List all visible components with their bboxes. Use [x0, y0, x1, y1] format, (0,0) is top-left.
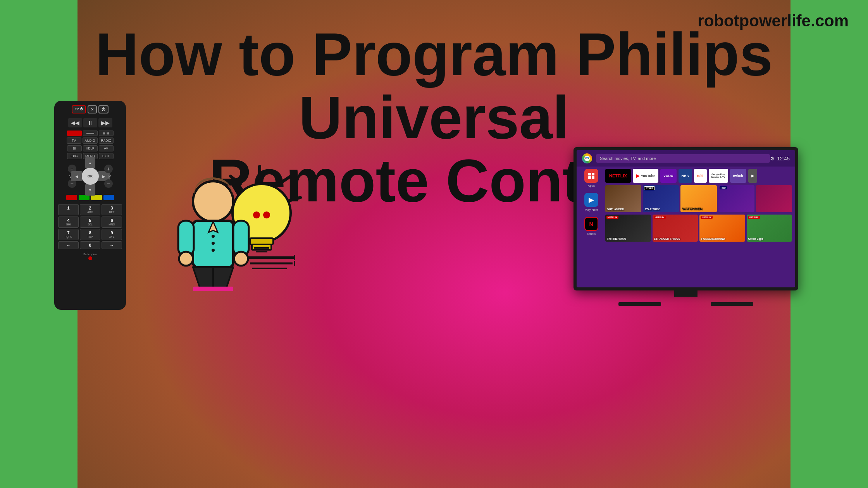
tv-sidebar-play-next[interactable]: ▶ Play Next	[584, 193, 598, 211]
svg-point-23	[179, 252, 193, 266]
vudu-app-tile[interactable]: VUDU	[660, 169, 677, 183]
google-play-app-tile[interactable]: Google PlayMovies & TV	[709, 169, 728, 183]
tv-clock: 12:45	[777, 156, 790, 162]
mystery-thumb[interactable]	[756, 185, 792, 212]
tv-sidebar: Apps ▶ Play Next N Netflix	[580, 169, 603, 242]
blue-color-btn[interactable]	[103, 195, 114, 200]
record-row: ⊟ ⊞	[58, 131, 122, 136]
tv-sidebar-apps[interactable]: Apps	[584, 169, 598, 187]
subtitle-btn[interactable]: ⊟	[67, 145, 82, 151]
outlander-thumb[interactable]: OUTLANDER	[605, 185, 641, 212]
num-6-btn[interactable]: 6MNO	[102, 217, 122, 228]
tv-container: Search movies, TV, and more ⚙ 12:45	[574, 147, 798, 306]
more-apps-tile[interactable]: ▶	[748, 169, 757, 183]
svg-point-28	[588, 158, 589, 159]
remote-top-bar: TV ⏻ ✕ ⏻	[58, 105, 122, 113]
svg-rect-22	[233, 221, 249, 256]
svg-point-19	[212, 242, 215, 245]
green-color-btn[interactable]	[79, 195, 90, 200]
apps-icon	[584, 169, 598, 183]
tubi-app-tile[interactable]: tubi	[694, 169, 707, 183]
remote-control: TV ⏻ ✕ ⏻ ◀◀ ⏸ ▶▶ ⊟ ⊞ TV AUDIO RADIO ⊟ HE…	[54, 101, 126, 310]
svg-rect-25	[193, 287, 233, 291]
remote-tv-power-btn[interactable]: TV ⏻	[72, 105, 86, 113]
irishman-thumb[interactable]: NETFLIX The IRISHMAN	[605, 215, 651, 242]
watchmen-label: WATCHMEN	[682, 207, 702, 211]
netflix-app-tile[interactable]: NETFLIX	[605, 169, 631, 183]
color-buttons-row	[58, 195, 122, 200]
slider-btn[interactable]	[83, 131, 98, 136]
tv-btn[interactable]: TV	[67, 137, 81, 144]
greeneggs-label: Green Eggs	[748, 237, 763, 240]
remote-x-btn[interactable]: ✕	[88, 105, 97, 113]
apps-label: Apps	[588, 184, 595, 187]
radio-btn[interactable]: RADIO	[99, 137, 114, 144]
rewind-btn[interactable]: ◀◀	[68, 118, 82, 127]
num-4-btn[interactable]: 4GHI	[58, 217, 79, 228]
num-2-btn[interactable]: 2ABC	[80, 204, 100, 215]
red-color-btn[interactable]	[66, 195, 77, 200]
num-8-btn[interactable]: 8TUV	[80, 229, 100, 240]
tv-search-bar[interactable]: Search movies, TV, and more	[596, 154, 770, 163]
nav-right-btn[interactable]: →	[102, 241, 122, 249]
dpad-down-btn[interactable]: ▼	[85, 184, 95, 196]
watchmen-thumb[interactable]: WATCHMEN	[680, 185, 716, 212]
audio-btn[interactable]: AUDIO	[83, 137, 98, 144]
tv-main-content: NETFLIX ▶ YouTube VUDU NBA tubi Google P…	[605, 169, 792, 242]
tv-stand-base-left	[618, 302, 661, 306]
num-3-btn[interactable]: 3DEF	[102, 204, 122, 215]
svg-point-16	[193, 181, 233, 222]
title-line1: How to Program Philips Universal	[95, 21, 773, 151]
google-assistant-icon	[582, 153, 592, 163]
num-0-btn[interactable]: 0	[80, 241, 100, 249]
hbo-badge: HBO	[720, 186, 727, 189]
startrek-label: STAR TREK	[644, 208, 660, 211]
rec-info-btn[interactable]: ⊟ ⊞	[99, 131, 114, 136]
nba-app-tile[interactable]: NBA	[679, 169, 692, 183]
underground-thumb[interactable]: NETFLIX 6 UNDERGROUND	[699, 215, 745, 242]
content-row-2: NETFLIX The IRISHMAN NETFLIX STRANGER TH…	[605, 215, 792, 242]
num-9-btn[interactable]: 9XYZ	[102, 229, 122, 240]
netflix-badge-st: NETFLIX	[654, 216, 666, 219]
strangerthings-thumb[interactable]: NETFLIX STRANGER THINGS	[653, 215, 698, 242]
nav-left-btn[interactable]: ←	[58, 241, 79, 249]
record-btn[interactable]	[67, 131, 82, 136]
svg-rect-31	[588, 176, 591, 179]
outlander-label: OUTLANDER	[607, 208, 624, 211]
startrek-thumb[interactable]: STARZ STAR TREK	[643, 185, 679, 212]
dpad-left-btn[interactable]: ◀	[71, 171, 83, 181]
tv-header: Search movies, TV, and more ⚙ 12:45	[577, 150, 795, 167]
hbo-thumb[interactable]: HBO	[718, 185, 754, 212]
svg-rect-32	[592, 176, 594, 179]
yellow-color-btn[interactable]	[91, 195, 102, 200]
ch-up-btn[interactable]: +	[104, 165, 113, 173]
underground-label: 6 UNDERGROUND	[701, 237, 725, 240]
num-1-btn[interactable]: 1	[58, 204, 79, 215]
ch-down-btn[interactable]: −	[104, 179, 113, 188]
svg-rect-5	[250, 238, 273, 244]
help-btn[interactable]: HELP	[83, 145, 98, 151]
svg-point-10	[263, 211, 270, 218]
youtube-app-tile[interactable]: ▶ YouTube	[633, 169, 658, 183]
tv-sidebar-netflix[interactable]: N Netflix	[584, 217, 598, 235]
greeneggs-thumb[interactable]: NETFLIX Green Eggs	[747, 215, 792, 242]
num-5-btn[interactable]: 5JKL	[80, 217, 100, 228]
dpad-up-btn[interactable]: ▲	[85, 157, 95, 168]
remote-power-btn[interactable]: ⏻	[98, 105, 108, 113]
battery-label: Battery low	[58, 253, 122, 256]
tv-audio-radio-row: TV AUDIO RADIO	[58, 137, 122, 144]
pause-btn[interactable]: ⏸	[83, 118, 97, 127]
twitch-app-tile[interactable]: twitch	[730, 169, 746, 183]
tv-stand-neck	[674, 290, 698, 297]
svg-rect-30	[592, 173, 594, 175]
av-btn[interactable]: AV	[99, 145, 114, 151]
play-next-label: Play Next	[585, 208, 598, 211]
netflix-sidebar-label: Netflix	[587, 232, 596, 235]
tv-stand-base-right	[711, 302, 753, 306]
dpad: ▲ ▼ ◀ ▶ OK	[71, 157, 110, 196]
num-7-btn[interactable]: 7PQRS	[58, 229, 79, 240]
fast-forward-btn[interactable]: ▶▶	[98, 118, 112, 127]
svg-point-24	[234, 252, 248, 266]
tv-screen: Search movies, TV, and more ⚙ 12:45	[577, 150, 795, 287]
ok-btn[interactable]: OK	[82, 168, 99, 185]
